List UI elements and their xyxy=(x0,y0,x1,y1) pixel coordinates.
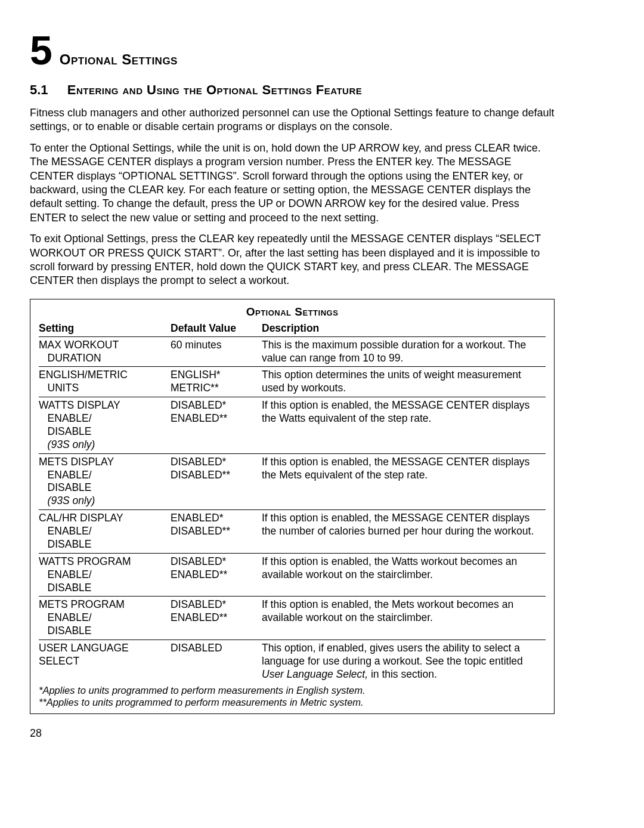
cell-setting: WATTS PROGRAM ENABLE/ DISABLE xyxy=(39,553,171,597)
section-heading: 5.1 Entering and Using the Optional Sett… xyxy=(30,82,555,98)
table-row: WATTS DISPLAY ENABLE/ DISABLE (93S only)… xyxy=(39,397,546,454)
cell-default: DISABLED*ENABLED** xyxy=(171,553,262,597)
table-title: Optional Settings xyxy=(39,305,546,319)
table-row: USER LANGUAGE SELECTDISABLEDThis option,… xyxy=(39,640,546,683)
cell-default: DISABLED xyxy=(171,640,262,683)
cell-description: This option, if enabled, gives users the… xyxy=(262,640,546,683)
footnote-1: *Applies to units programmed to perform … xyxy=(39,684,546,697)
cell-setting: USER LANGUAGE SELECT xyxy=(39,640,171,683)
table-footnotes: *Applies to units programmed to perform … xyxy=(39,684,546,709)
cell-default: 60 minutes xyxy=(171,336,262,367)
settings-table-box: Optional Settings Setting Default Value … xyxy=(30,299,555,714)
cell-description: If this option is enabled, the Watts wor… xyxy=(262,553,546,597)
chapter-heading: 5 Optional Settings xyxy=(30,30,555,70)
section-title: Entering and Using the Optional Settings… xyxy=(67,82,363,97)
table-row: CAL/HR DISPLAY ENABLE/ DISABLEENABLED*DI… xyxy=(39,510,546,554)
th-default: Default Value xyxy=(171,321,262,337)
cell-setting: METS DISPLAY ENABLE/ DISABLE (93S only) xyxy=(39,453,171,510)
paragraph-1: Fitness club managers and other authoriz… xyxy=(30,106,555,134)
cell-default: ENGLISH*METRIC** xyxy=(171,367,262,397)
cell-description: If this option is enabled, the MESSAGE C… xyxy=(262,510,546,554)
paragraph-2: To enter the Optional Settings, while th… xyxy=(30,141,555,225)
table-row: METS PROGRAM ENABLE/ DISABLEDISABLED*ENA… xyxy=(39,597,546,640)
settings-table: Setting Default Value Description MAX WO… xyxy=(39,321,546,683)
cell-description: If this option is enabled, the Mets work… xyxy=(262,597,546,640)
cell-setting: MAX WORKOUT DURATION xyxy=(39,336,171,367)
cell-default: DISABLED*ENABLED** xyxy=(171,397,262,454)
cell-description: If this option is enabled, the MESSAGE C… xyxy=(262,453,546,510)
table-row: METS DISPLAY ENABLE/ DISABLE (93S only)D… xyxy=(39,453,546,510)
th-setting: Setting xyxy=(39,321,171,337)
cell-description: This option determines the units of weig… xyxy=(262,367,546,397)
table-row: ENGLISH/METRIC UNITSENGLISH*METRIC**This… xyxy=(39,367,546,397)
cell-description: This is the maximum possible duration fo… xyxy=(262,336,546,367)
section-number: 5.1 xyxy=(30,82,48,98)
table-header-row: Setting Default Value Description xyxy=(39,321,546,337)
cell-default: DISABLED*ENABLED** xyxy=(171,597,262,640)
th-description: Description xyxy=(262,321,546,337)
paragraph-3: To exit Optional Settings, press the CLE… xyxy=(30,232,555,288)
cell-setting: CAL/HR DISPLAY ENABLE/ DISABLE xyxy=(39,510,171,554)
chapter-number: 5 xyxy=(30,30,52,70)
table-row: WATTS PROGRAM ENABLE/ DISABLEDISABLED*EN… xyxy=(39,553,546,597)
cell-default: DISABLED*DISABLED** xyxy=(171,453,262,510)
cell-setting: ENGLISH/METRIC UNITS xyxy=(39,367,171,397)
cell-setting: WATTS DISPLAY ENABLE/ DISABLE (93S only) xyxy=(39,397,171,454)
footnote-2: **Applies to units programmed to perform… xyxy=(39,696,546,709)
cell-description: If this option is enabled, the MESSAGE C… xyxy=(262,397,546,454)
chapter-title: Optional Settings xyxy=(60,51,178,68)
table-row: MAX WORKOUT DURATION60 minutesThis is th… xyxy=(39,336,546,367)
cell-setting: METS PROGRAM ENABLE/ DISABLE xyxy=(39,597,171,640)
cell-default: ENABLED*DISABLED** xyxy=(171,510,262,554)
page-number: 28 xyxy=(30,727,555,740)
